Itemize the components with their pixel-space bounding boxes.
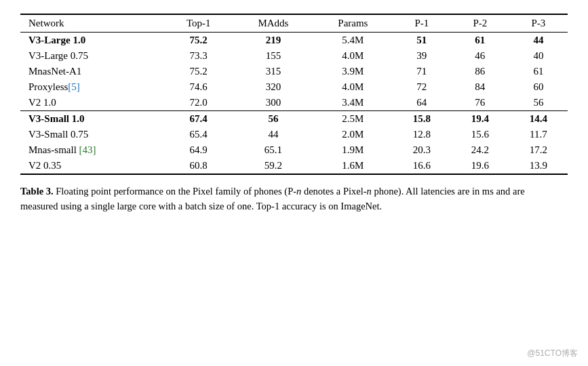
cell-network: Proxyless[5] <box>20 79 164 95</box>
watermark: @51CTO博客 <box>527 348 578 359</box>
table-row: V3-Large 0.7573.31554.0M394640 <box>20 48 568 64</box>
cell-p1: 16.6 <box>393 158 451 174</box>
cell-madds: 315 <box>233 64 313 79</box>
cell-p2: 61 <box>451 33 509 49</box>
cell-p3: 44 <box>509 33 568 49</box>
table-container: Network Top-1 MAdds Params P-1 P-2 P-3 V… <box>20 14 568 175</box>
cell-params: 2.0M <box>313 127 393 142</box>
cell-params: 1.6M <box>313 158 393 174</box>
table-row: V3-Large 1.075.22195.4M516144 <box>20 33 568 49</box>
reference-link: [43] <box>79 144 96 155</box>
cell-top1: 75.2 <box>164 64 233 79</box>
cell-network: V2 0.35 <box>20 158 164 174</box>
cell-madds: 44 <box>233 127 313 142</box>
cell-params: 3.9M <box>313 64 393 79</box>
cell-network: MnasNet-A1 <box>20 64 164 79</box>
col-params: Params <box>313 14 393 33</box>
cell-params: 4.0M <box>313 48 393 64</box>
table-header-row: Network Top-1 MAdds Params P-1 P-2 P-3 <box>20 14 568 33</box>
table-row: V3-Small 0.7565.4442.0M12.815.611.7 <box>20 127 568 142</box>
cell-p3: 14.4 <box>509 111 568 127</box>
table-row: Proxyless[5]74.63204.0M728460 <box>20 79 568 95</box>
cell-network: Mnas-small [43] <box>20 142 164 158</box>
col-p3: P-3 <box>509 14 568 33</box>
performance-table: Network Top-1 MAdds Params P-1 P-2 P-3 V… <box>20 14 568 175</box>
cell-top1: 72.0 <box>164 95 233 111</box>
cell-p1: 39 <box>393 48 451 64</box>
col-p1: P-1 <box>393 14 451 33</box>
cell-params: 1.9M <box>313 142 393 158</box>
cell-network: V3-Small 1.0 <box>20 111 164 127</box>
cell-top1: 74.6 <box>164 79 233 95</box>
cell-top1: 64.9 <box>164 142 233 158</box>
reference-link: [5] <box>68 81 80 92</box>
cell-p3: 61 <box>509 64 568 79</box>
col-p2: P-2 <box>451 14 509 33</box>
cell-p2: 19.4 <box>451 111 509 127</box>
cell-p1: 15.8 <box>393 111 451 127</box>
cell-top1: 67.4 <box>164 111 233 127</box>
table-row: V3-Small 1.067.4562.5M15.819.414.4 <box>20 111 568 127</box>
cell-madds: 320 <box>233 79 313 95</box>
cell-madds: 219 <box>233 33 313 49</box>
col-top1: Top-1 <box>164 14 233 33</box>
cell-top1: 75.2 <box>164 33 233 49</box>
cell-p1: 71 <box>393 64 451 79</box>
cell-top1: 73.3 <box>164 48 233 64</box>
table-row: V2 0.3560.859.21.6M16.619.613.9 <box>20 158 568 174</box>
cell-p1: 72 <box>393 79 451 95</box>
cell-madds: 59.2 <box>233 158 313 174</box>
caption-label: Table 3. <box>20 186 54 197</box>
cell-p3: 40 <box>509 48 568 64</box>
caption-text: Floating point performance on the Pixel … <box>20 186 525 211</box>
cell-madds: 155 <box>233 48 313 64</box>
cell-p3: 17.2 <box>509 142 568 158</box>
cell-p3: 11.7 <box>509 127 568 142</box>
cell-top1: 60.8 <box>164 158 233 174</box>
cell-params: 3.4M <box>313 95 393 111</box>
cell-p2: 24.2 <box>451 142 509 158</box>
cell-p3: 60 <box>509 79 568 95</box>
cell-p1: 51 <box>393 33 451 49</box>
cell-p1: 12.8 <box>393 127 451 142</box>
cell-params: 4.0M <box>313 79 393 95</box>
table-row: V2 1.072.03003.4M647656 <box>20 95 568 111</box>
cell-p2: 84 <box>451 79 509 95</box>
table-row: MnasNet-A175.23153.9M718661 <box>20 64 568 79</box>
cell-network: V2 1.0 <box>20 95 164 111</box>
cell-network: V3-Large 0.75 <box>20 48 164 64</box>
cell-params: 2.5M <box>313 111 393 127</box>
cell-p2: 19.6 <box>451 158 509 174</box>
cell-top1: 65.4 <box>164 127 233 142</box>
cell-network: V3-Small 0.75 <box>20 127 164 142</box>
cell-madds: 65.1 <box>233 142 313 158</box>
cell-p2: 86 <box>451 64 509 79</box>
cell-madds: 56 <box>233 111 313 127</box>
cell-p3: 13.9 <box>509 158 568 174</box>
col-network: Network <box>20 14 164 33</box>
cell-params: 5.4M <box>313 33 393 49</box>
cell-p2: 15.6 <box>451 127 509 142</box>
cell-madds: 300 <box>233 95 313 111</box>
table-caption: Table 3. Floating point performance on t… <box>20 184 549 214</box>
cell-p3: 56 <box>509 95 568 111</box>
cell-p2: 46 <box>451 48 509 64</box>
cell-p2: 76 <box>451 95 509 111</box>
cell-p1: 20.3 <box>393 142 451 158</box>
col-madds: MAdds <box>233 14 313 33</box>
cell-network: V3-Large 1.0 <box>20 33 164 49</box>
table-row: Mnas-small [43]64.965.11.9M20.324.217.2 <box>20 142 568 158</box>
cell-p1: 64 <box>393 95 451 111</box>
